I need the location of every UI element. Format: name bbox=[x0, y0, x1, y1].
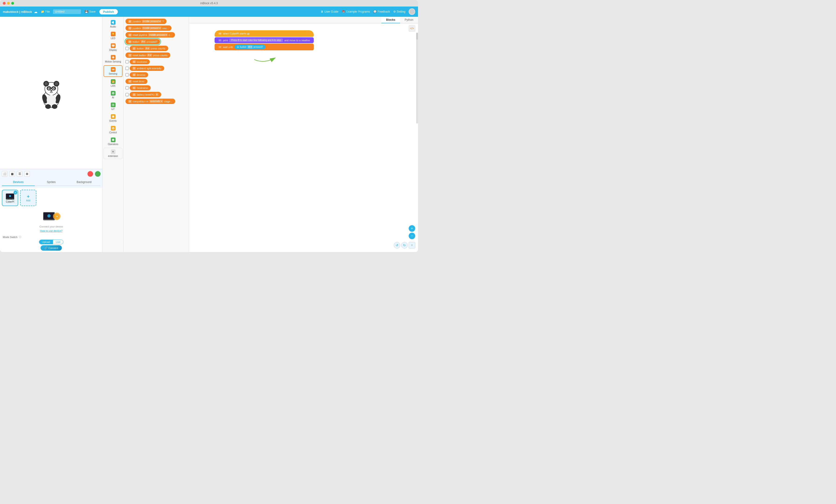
zoom-in-btn[interactable]: + bbox=[408, 225, 415, 232]
category-iot[interactable]: IoT bbox=[103, 101, 122, 112]
wait-inner-text: button bbox=[240, 46, 247, 48]
hostname-checkbox[interactable] bbox=[126, 86, 129, 90]
competition-block[interactable]: ⊟ competition in automatic ▾ stage... bbox=[126, 99, 175, 104]
wait-until-block[interactable]: wait until button A ▾ pressed? bbox=[214, 44, 314, 50]
competition-dropdown[interactable]: automatic ▾ bbox=[149, 100, 163, 103]
joystick-pressed-block[interactable]: ⊟ joystick middle pressed ▾ ? bbox=[126, 19, 167, 24]
category-ai[interactable]: AI AI bbox=[103, 90, 122, 100]
wait-dropdown[interactable]: A ▾ bbox=[247, 45, 253, 49]
category-lan[interactable]: 📶 LAN bbox=[103, 78, 122, 89]
category-events[interactable]: Events bbox=[103, 113, 122, 123]
joystick-middle-dropdown[interactable]: middle pressed ▾ bbox=[142, 20, 162, 23]
stage-four-btn[interactable]: ⊞ bbox=[24, 171, 30, 177]
tab-blocks[interactable]: Blocks bbox=[381, 17, 400, 23]
svg-rect-32 bbox=[112, 22, 113, 23]
timer-block[interactable]: ⊟ timer(s) bbox=[130, 72, 148, 77]
battery-dropdown[interactable]: ▾ bbox=[155, 93, 158, 96]
reset-timer-block[interactable]: ⊟ reset timer bbox=[126, 79, 147, 84]
tab-sprites[interactable]: Sprites bbox=[35, 178, 68, 186]
save-btn[interactable]: 💾 Save bbox=[83, 9, 97, 14]
button-counts-checkbox[interactable] bbox=[126, 47, 129, 50]
loudness-block[interactable]: ⊟ loudness bbox=[130, 59, 150, 64]
add-device-btn[interactable]: + Add bbox=[20, 190, 36, 206]
ambient-light-block[interactable]: ⊟ ambient light intensity bbox=[130, 66, 164, 71]
hostname-block[interactable]: ⊟ hostname bbox=[130, 85, 151, 91]
tab-python[interactable]: Python bbox=[400, 17, 418, 23]
button-a-dropdown[interactable]: A ▾ bbox=[141, 40, 146, 43]
feedback-btn[interactable]: 💬 Feedback bbox=[373, 10, 390, 13]
joystick-count-block[interactable]: ⊟ joystick middle pressed ▾ cou... bbox=[126, 25, 171, 31]
cloud-icon-btn[interactable]: ☁ bbox=[34, 9, 38, 14]
fit-icon: = bbox=[411, 244, 413, 247]
tab-devices[interactable]: Devices bbox=[2, 178, 35, 186]
upload-mode-btn[interactable]: Upload bbox=[39, 240, 53, 244]
undo-btn[interactable]: ↺ bbox=[394, 242, 400, 249]
reset-button-dropdown[interactable]: A ▾ bbox=[147, 54, 152, 57]
category-control[interactable]: Control bbox=[103, 124, 122, 135]
category-led[interactable]: 💡 LED bbox=[103, 30, 122, 41]
reset-joystick-dropdown[interactable]: middle pressed ▾ bbox=[148, 33, 168, 36]
battery-block[interactable]: ⊟ battery level(%) ▾ bbox=[130, 92, 161, 97]
user-guide-btn[interactable]: 🖥 User Guide bbox=[321, 10, 339, 13]
loudness-checkbox[interactable] bbox=[126, 60, 129, 63]
connect-btn[interactable]: 🔗 Connect bbox=[41, 245, 62, 251]
wait-inner-block[interactable]: button A ▾ pressed? bbox=[234, 45, 265, 49]
category-audio[interactable]: Audio bbox=[103, 19, 122, 30]
category-operators[interactable]: Operators bbox=[103, 136, 122, 147]
category-display[interactable]: Display bbox=[103, 42, 122, 53]
category-extension[interactable]: + extension bbox=[103, 148, 122, 159]
avatar[interactable] bbox=[408, 8, 415, 15]
ambient-light-checkbox[interactable] bbox=[126, 67, 129, 70]
project-name-input[interactable] bbox=[53, 9, 81, 14]
svg-rect-52 bbox=[218, 39, 221, 41]
scroll-thumb[interactable] bbox=[416, 33, 418, 40]
stage-list-btn[interactable]: ☰ bbox=[17, 171, 22, 177]
chat-icon: 💬 bbox=[373, 10, 377, 13]
stop-button[interactable] bbox=[88, 171, 93, 177]
button-press-counts-block[interactable]: ⊟ button A ▾ press counts bbox=[130, 46, 168, 51]
file-menu-btn[interactable]: 📁 File bbox=[39, 9, 51, 14]
cyberpi-device-item[interactable]: ✕ CyberPi bbox=[2, 190, 18, 206]
panda-sprite[interactable] bbox=[37, 77, 65, 109]
block-icon12: ⊟ bbox=[132, 93, 136, 96]
svg-point-10 bbox=[49, 88, 50, 89]
category-sensing[interactable]: Sensing bbox=[103, 65, 122, 77]
how-to-link[interactable]: How to use device? bbox=[40, 229, 62, 232]
minimize-button[interactable] bbox=[7, 2, 10, 5]
close-button[interactable] bbox=[3, 2, 5, 5]
hat-block[interactable]: when CyberPi starts up bbox=[214, 30, 314, 37]
zoom-out-btn[interactable]: − bbox=[408, 233, 415, 239]
sprite-remove-btn[interactable]: ✕ bbox=[14, 191, 17, 194]
code-icon-btn[interactable]: </> bbox=[408, 25, 415, 32]
svg-point-28 bbox=[48, 214, 51, 217]
fullscreen-button[interactable] bbox=[11, 2, 14, 5]
live-mode-btn[interactable]: Live bbox=[53, 240, 63, 244]
button-a2-dropdown[interactable]: A ▾ bbox=[145, 47, 150, 50]
example-programs-btn[interactable]: 📚 Example Programs bbox=[342, 10, 370, 13]
battery-checkbox[interactable] bbox=[126, 93, 129, 96]
code-canvas[interactable]: when CyberPi starts up print Press B to … bbox=[189, 23, 418, 251]
scroll-bar[interactable] bbox=[416, 33, 418, 123]
block-battery-level: ⊟ battery level(%) ▾ bbox=[126, 92, 187, 97]
print-value[interactable]: Press B to start color line following an… bbox=[229, 38, 283, 42]
bottom-controls: ↺ ↻ = bbox=[394, 242, 415, 249]
stage-grid-btn[interactable]: ▦ bbox=[10, 171, 15, 177]
publish-button[interactable]: Publish bbox=[99, 9, 118, 15]
go-button[interactable] bbox=[95, 171, 100, 177]
print-icon bbox=[218, 39, 222, 42]
button-pressed-block[interactable]: ⊟ button A ▾ pressed? bbox=[126, 39, 160, 44]
redo-btn[interactable]: ↻ bbox=[401, 242, 408, 249]
title-bar: mBlock v5.4.3 bbox=[0, 0, 418, 6]
reset-button-counts-block[interactable]: ⊟ reset button A ▾ press counts bbox=[126, 53, 170, 58]
fit-btn[interactable]: = bbox=[408, 242, 415, 249]
operators-label: Operators bbox=[108, 143, 118, 146]
reset-joystick-block[interactable]: ⊟ reset joystick middle pressed ▾ c... bbox=[126, 32, 175, 38]
joystick-count-dropdown[interactable]: middle pressed ▾ bbox=[142, 26, 162, 30]
print-block[interactable]: print Press B to start color line follow… bbox=[214, 37, 314, 43]
setting-btn[interactable]: ⚙ Setting bbox=[393, 10, 405, 13]
tab-background[interactable]: Background bbox=[68, 178, 100, 186]
category-motion-sensing[interactable]: Motion Sensing bbox=[103, 54, 122, 64]
timer-checkbox[interactable] bbox=[126, 73, 129, 76]
stage-normal-btn[interactable]: ⬜ bbox=[2, 171, 7, 177]
connect-text: Connect your device bbox=[39, 225, 63, 228]
